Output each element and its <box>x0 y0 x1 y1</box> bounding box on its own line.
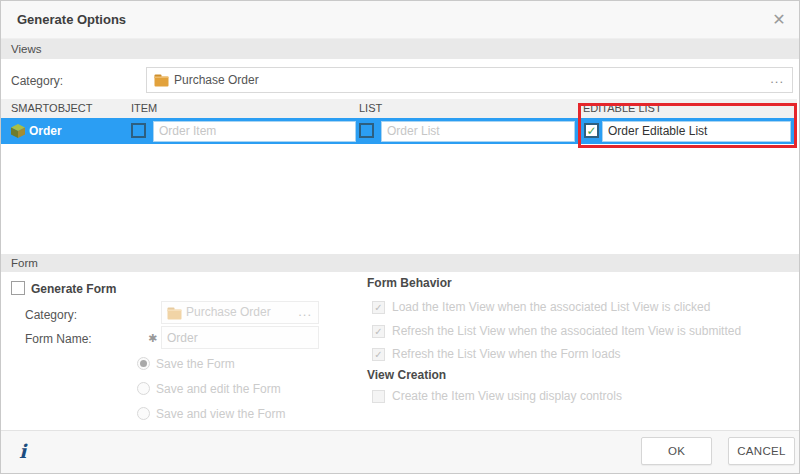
load-item-view-label: Load the Item View when the associated L… <box>392 301 710 314</box>
form-name-label: Form Name: <box>25 332 92 346</box>
form-category-value: Purchase Order <box>186 302 271 323</box>
editable-list-view-checkbox[interactable] <box>584 123 599 138</box>
list-view-checkbox[interactable] <box>359 123 374 138</box>
folder-icon <box>167 307 182 320</box>
col-header-editable-list: EDITABLE LIST <box>583 99 662 118</box>
form-name-input <box>161 326 319 349</box>
info-icon[interactable]: i <box>19 440 26 462</box>
refresh-list-view-submitted-label: Refresh the List View when the associate… <box>392 325 741 338</box>
radio-save-the-form[interactable] <box>137 357 150 370</box>
form-category-field: Purchase Order ... <box>161 301 319 324</box>
smartobject-name: Order <box>29 118 62 144</box>
form-section-label: Form <box>11 257 38 269</box>
ok-button[interactable]: OK <box>641 437 712 465</box>
views-category-label: Category: <box>11 74 63 88</box>
refresh-list-view-loads-checkbox <box>372 348 385 361</box>
col-header-smartobject: SMARTOBJECT <box>11 99 93 118</box>
form-category-browse-button: ... <box>298 302 312 321</box>
item-view-name-input[interactable] <box>153 121 356 142</box>
generate-form-checkbox[interactable] <box>11 281 25 295</box>
close-icon[interactable]: ✕ <box>769 10 789 30</box>
views-category-browse-button[interactable]: ... <box>770 68 784 90</box>
radio-save-and-edit-label: Save and edit the Form <box>156 382 281 396</box>
col-header-item: ITEM <box>131 99 157 118</box>
view-creation-heading: View Creation <box>367 368 446 382</box>
dialog-title: Generate Options <box>17 1 126 39</box>
create-item-view-display-controls-label: Create the Item View using display contr… <box>392 390 622 403</box>
form-behavior-heading: Form Behavior <box>367 276 452 290</box>
load-item-view-checkbox <box>372 301 385 314</box>
smartobject-cube-icon <box>10 123 26 139</box>
form-section-header: Form <box>1 254 799 272</box>
footer-bar: i OK CANCEL <box>1 430 799 474</box>
views-table-header: SMARTOBJECT ITEM LIST EDITABLE LIST <box>1 99 797 118</box>
table-row[interactable]: Order <box>1 118 797 144</box>
radio-save-the-form-label: Save the Form <box>156 357 235 371</box>
refresh-list-view-submitted-checkbox <box>372 325 385 338</box>
editable-list-view-name-input[interactable] <box>602 121 791 142</box>
views-category-value: Purchase Order <box>174 68 259 92</box>
col-header-list: LIST <box>359 99 382 118</box>
folder-icon <box>154 74 169 87</box>
cancel-button[interactable]: CANCEL <box>728 437 795 465</box>
views-section-header: Views <box>1 39 799 59</box>
required-asterisk-icon: ✱ <box>148 332 157 345</box>
item-view-checkbox[interactable] <box>131 123 146 138</box>
create-item-view-display-controls-checkbox <box>372 390 385 403</box>
views-category-field[interactable]: Purchase Order ... <box>146 67 793 93</box>
list-view-name-input[interactable] <box>381 121 575 142</box>
refresh-list-view-loads-label: Refresh the List View when the Form load… <box>392 348 621 361</box>
radio-save-and-edit[interactable] <box>137 382 150 395</box>
form-category-label: Category: <box>25 308 77 322</box>
views-section-label: Views <box>11 43 41 55</box>
generate-options-dialog: Generate Options ✕ Views Category: Purch… <box>0 0 800 474</box>
title-bar: Generate Options ✕ <box>1 1 799 39</box>
radio-save-and-view[interactable] <box>137 407 150 420</box>
radio-save-and-view-label: Save and view the Form <box>156 407 285 421</box>
generate-form-label: Generate Form <box>31 282 116 296</box>
